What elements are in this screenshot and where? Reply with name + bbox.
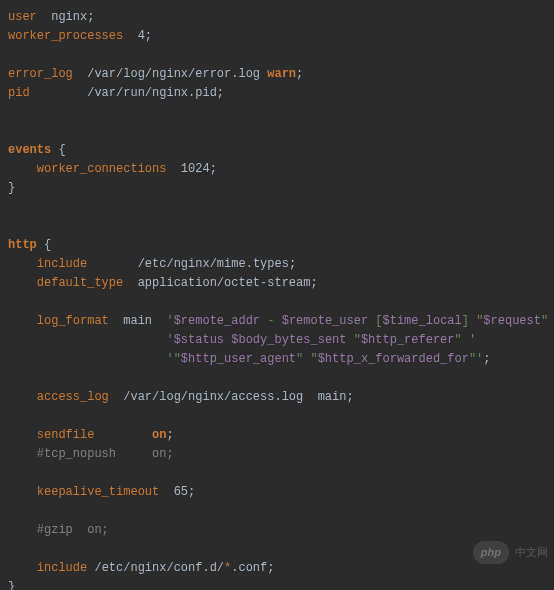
config-line-default-type: default_type application/octet-stream;: [8, 274, 546, 293]
watermark: php 中文网: [473, 541, 548, 564]
format-name: main: [123, 314, 152, 328]
watermark-text: 中文网: [515, 543, 548, 562]
config-line-log-format-3: '"$http_user_agent" "$http_x_forwarded_f…: [8, 350, 546, 369]
directive: user: [8, 10, 37, 24]
semicolon: ;: [188, 485, 195, 499]
directive: access_log: [37, 390, 109, 404]
config-line-error-log: error_log /var/log/nginx/error.log warn;: [8, 65, 546, 84]
brace-close: }: [8, 580, 15, 590]
value: on: [152, 428, 166, 442]
blank-line: [8, 198, 546, 217]
blank-line: [8, 369, 546, 388]
config-line-http-open: http {: [8, 236, 546, 255]
semicolon: ;: [296, 67, 303, 81]
config-line-log-format-2: '$status $body_bytes_sent "$http_referer…: [8, 331, 546, 350]
blank-line: [8, 122, 546, 141]
directive: error_log: [8, 67, 73, 81]
semicolon: ;: [267, 561, 274, 575]
blank-line: [8, 540, 546, 559]
path: /var/run/nginx.pid: [87, 86, 217, 100]
blank-line: [8, 217, 546, 236]
path: /var/log/nginx/error.log: [87, 67, 260, 81]
blank-line: [8, 407, 546, 426]
directive: keepalive_timeout: [37, 485, 159, 499]
blank-line: [8, 46, 546, 65]
config-line-worker-connections: worker_connections 1024;: [8, 160, 546, 179]
value: application/octet-stream: [138, 276, 311, 290]
semicolon: ;: [87, 10, 94, 24]
config-line-worker-processes: worker_processes 4;: [8, 27, 546, 46]
level: warn: [267, 67, 296, 81]
directive: pid: [8, 86, 30, 100]
semicolon: ;: [289, 257, 296, 271]
semicolon: ;: [166, 428, 173, 442]
string: '$remote_addr - $remote_user [$time_loca…: [166, 314, 554, 328]
value: nginx: [51, 10, 87, 24]
brace-open: {: [58, 143, 65, 157]
config-line-user: user nginx;: [8, 8, 546, 27]
semicolon: ;: [310, 276, 317, 290]
comment: #gzip on;: [37, 523, 109, 537]
blank-line: [8, 502, 546, 521]
config-line-gzip: #gzip on;: [8, 521, 546, 540]
brace-open: {: [44, 238, 51, 252]
semicolon: ;: [210, 162, 217, 176]
value: 1024: [181, 162, 210, 176]
config-line-log-format-1: log_format main '$remote_addr - $remote_…: [8, 312, 546, 331]
ext: .conf: [231, 561, 267, 575]
directive: default_type: [37, 276, 123, 290]
config-line-events-open: events {: [8, 141, 546, 160]
directive: worker_processes: [8, 29, 123, 43]
semicolon: ;: [145, 29, 152, 43]
directive: sendfile: [37, 428, 95, 442]
config-line-events-close: }: [8, 179, 546, 198]
format-name: main: [318, 390, 347, 404]
config-line-http-close: }: [8, 578, 546, 590]
directive: worker_connections: [37, 162, 167, 176]
directive: include: [37, 257, 87, 271]
path: /var/log/nginx/access.log: [123, 390, 303, 404]
config-line-pid: pid /var/run/nginx.pid;: [8, 84, 546, 103]
config-line-include-mime: include /etc/nginx/mime.types;: [8, 255, 546, 274]
block-name: http: [8, 238, 37, 252]
php-logo-icon: php: [473, 541, 509, 564]
blank-line: [8, 103, 546, 122]
brace-close: }: [8, 181, 15, 195]
semicolon: ;: [483, 352, 490, 366]
config-line-include-conf: include /etc/nginx/conf.d/*.conf;: [8, 559, 546, 578]
string: '$status $body_bytes_sent "$http_referer…: [166, 333, 476, 347]
config-line-tcp-nopush: #tcp_nopush on;: [8, 445, 546, 464]
block-name: events: [8, 143, 51, 157]
string: '"$http_user_agent" "$http_x_forwarded_f…: [166, 352, 483, 366]
semicolon: ;: [217, 86, 224, 100]
path: /etc/nginx/conf.d/: [94, 561, 224, 575]
blank-line: [8, 293, 546, 312]
semicolon: ;: [346, 390, 353, 404]
config-line-keepalive: keepalive_timeout 65;: [8, 483, 546, 502]
blank-line: [8, 464, 546, 483]
path: /etc/nginx/mime.types: [138, 257, 289, 271]
config-line-access-log: access_log /var/log/nginx/access.log mai…: [8, 388, 546, 407]
value: 65: [174, 485, 188, 499]
config-line-sendfile: sendfile on;: [8, 426, 546, 445]
directive: log_format: [37, 314, 109, 328]
value: 4: [138, 29, 145, 43]
directive: include: [37, 561, 87, 575]
comment: #tcp_nopush on;: [37, 447, 174, 461]
